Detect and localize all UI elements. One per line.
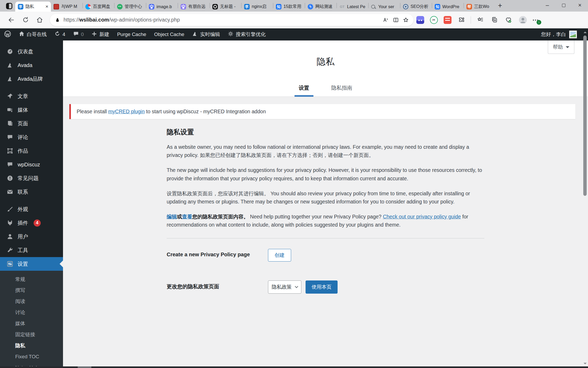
browser-tab[interactable]: image.b xyxy=(146,2,178,12)
browser-tab[interactable]: 知15款常用 xyxy=(273,2,305,12)
submenu-item[interactable]: 隐私 xyxy=(0,340,63,351)
screenshot-scissors-icon[interactable]: ✂ xyxy=(430,16,438,24)
sidebar-item-portfolio[interactable]: 作品 xyxy=(0,144,63,158)
refresh-button[interactable] xyxy=(20,15,31,25)
browser-tab[interactable]: 李隐私× xyxy=(15,2,51,12)
browser-tab[interactable]: 与WP M xyxy=(51,2,82,12)
submenu-item[interactable]: 讨论 xyxy=(0,307,63,318)
menu-group-gap xyxy=(0,199,63,202)
mycred-plugin-link[interactable]: myCRED plugin xyxy=(108,109,145,114)
browser-tab[interactable]: Your ser xyxy=(369,2,400,12)
adminbar-item[interactable]: Object Cache xyxy=(154,32,184,37)
tab-settings[interactable]: 设置 xyxy=(295,84,313,97)
window-controls: – × xyxy=(539,0,588,11)
browser-tab[interactable]: 无标题 - xyxy=(210,2,241,12)
vertical-scrollbar-thumb[interactable] xyxy=(583,35,587,196)
browser-essentials-button[interactable] xyxy=(503,15,514,25)
sidebar-item-avada[interactable]: Avada品牌 xyxy=(0,72,63,86)
adminbar-item[interactable]: 4 xyxy=(55,31,65,38)
faq-icon xyxy=(7,175,13,181)
browser-tab[interactable]: 百度网盘 xyxy=(83,2,114,12)
browser-tab-strip: 李隐私×与WP M百度网盘管理中心image.b有朋自远无标题 -李nginx启… xyxy=(0,0,588,12)
privacy-guide-link[interactable]: Check out our privacy policy guide xyxy=(383,214,461,219)
browser-tab[interactable]: SEO分析 xyxy=(400,2,432,12)
avada-icon xyxy=(7,76,13,82)
adminbar-item[interactable]: 搜索引擎优化 xyxy=(228,31,266,38)
submenu-item[interactable]: 固定链接 xyxy=(0,329,63,340)
restore-button[interactable] xyxy=(555,0,572,11)
new-tab-button[interactable]: + xyxy=(498,2,502,10)
read-aloud-button[interactable] xyxy=(381,15,391,25)
submenu-item[interactable]: 撰写 xyxy=(0,285,63,296)
paragraph-4: 编辑或查看您的隐私政策页面内容。 Need help putting toget… xyxy=(167,213,484,229)
browser-tab[interactable]: 有朋自远 xyxy=(178,2,209,12)
paragraph-1-zh: 如果您已经创建了隐私政策页面，请在下方选择；否则，请创建一个新页面。 xyxy=(200,152,374,158)
users-icon xyxy=(7,233,13,240)
vertical-scrollbar[interactable] xyxy=(583,28,587,366)
adminbar-item[interactable]: Purge Cache xyxy=(117,32,146,37)
sidebar-item-settings[interactable]: 设置 xyxy=(0,257,63,271)
browser-tab[interactable]: ϟ网站测速 xyxy=(305,2,337,12)
collections-button[interactable] xyxy=(489,15,500,25)
use-this-page-button[interactable]: 使用本页 xyxy=(306,280,338,294)
adminbar-item[interactable]: 白哥在线 xyxy=(19,31,47,38)
favorites-button[interactable] xyxy=(475,15,485,25)
edit-policy-link[interactable]: 编辑 xyxy=(167,214,177,219)
minimize-button[interactable]: – xyxy=(539,0,555,11)
extensions-button[interactable] xyxy=(456,15,467,25)
workspaces-button[interactable] xyxy=(3,1,15,11)
submenu-item[interactable]: Fixed TOC xyxy=(0,351,63,362)
sidebar-item-appearance[interactable]: 外观 xyxy=(0,202,63,216)
home-button[interactable] xyxy=(34,15,45,25)
scroll-down-arrow-icon[interactable] xyxy=(584,363,587,366)
horizontal-scrollbar-thumb[interactable] xyxy=(78,366,91,368)
sidebar-item-users[interactable]: 用户 xyxy=(0,230,63,243)
browser-tab[interactable]: GTLatest Pe xyxy=(337,2,368,12)
adminbar-item[interactable]: 0 xyxy=(73,31,84,38)
adminbar-item[interactable]: 实时编辑 xyxy=(192,31,220,38)
close-button[interactable]: × xyxy=(572,0,588,11)
sidebar-item-plugins[interactable]: 插件4 xyxy=(0,216,63,230)
browser-tab[interactable]: 管理中心 xyxy=(114,2,146,12)
zhihu-icon: 知 xyxy=(435,4,440,9)
chevron-down-icon xyxy=(295,285,298,288)
sidebar-item-faq[interactable]: 常见问题 xyxy=(0,171,63,185)
sidebar-item-post[interactable]: 文章 xyxy=(0,89,63,103)
adminbar-item[interactable] xyxy=(4,30,11,39)
adminbar-account[interactable]: 您好，李白 xyxy=(541,30,577,38)
browser-tab[interactable]: 李nginx启 xyxy=(242,2,273,12)
sidebar-item-media[interactable]: 媒体 xyxy=(0,103,63,117)
sidebar-item-comments[interactable]: 评论 xyxy=(0,130,63,144)
favorite-star-button[interactable] xyxy=(401,15,411,25)
split-screen-button[interactable] xyxy=(391,15,401,25)
settings-submenu: 常规撰写阅读讨论媒体固定链接隐私Fixed TOCNginx Helper xyxy=(0,271,63,368)
url-text[interactable]: https://wslibai.com/wp-admin/options-pri… xyxy=(64,17,381,23)
view-policy-link[interactable]: 查看 xyxy=(182,214,192,219)
submenu-item[interactable]: 媒体 xyxy=(0,318,63,329)
close-tab-icon[interactable]: × xyxy=(45,4,48,9)
sidebar-item-pages[interactable]: 页面 xyxy=(0,117,63,130)
browser-tab[interactable]: 知WordPre xyxy=(432,2,464,12)
browser-tab[interactable]: 帮三款Wo xyxy=(464,2,495,12)
horizontal-scrollbar[interactable] xyxy=(0,366,588,368)
back-button[interactable] xyxy=(6,15,17,25)
lock-icon xyxy=(55,17,60,23)
scroll-up-arrow-icon[interactable] xyxy=(584,30,587,33)
help-button[interactable]: 帮助 xyxy=(548,40,574,54)
settings-menu-button[interactable]: ⋯↑ xyxy=(530,16,541,24)
submenu-item[interactable]: 阅读 xyxy=(0,296,63,307)
address-bar[interactable]: https://wslibai.com/wp-admin/options-pri… xyxy=(50,14,413,26)
adminbar-item[interactable]: 新建 xyxy=(92,31,109,38)
sidebar-item-avada[interactable]: Avada xyxy=(0,58,63,72)
sidebar-item-comments[interactable]: wpDiscuz xyxy=(0,158,63,171)
submenu-item[interactable]: 常规 xyxy=(0,274,63,285)
extension-purple-icon[interactable] xyxy=(416,16,424,24)
policy-page-select[interactable]: 隐私政策 xyxy=(268,280,301,294)
sidebar-item-contact[interactable]: 联系 xyxy=(0,185,63,199)
tab-privacy-guide[interactable]: 隐私指南 xyxy=(327,84,356,97)
profile-button[interactable] xyxy=(518,15,528,25)
create-button[interactable]: 创建 xyxy=(268,249,291,262)
sidebar-item-dashboard[interactable]: 仪表盘 xyxy=(0,45,63,58)
sidebar-item-tools[interactable]: 工具 xyxy=(0,243,63,257)
notes-extension-icon[interactable] xyxy=(444,16,452,24)
